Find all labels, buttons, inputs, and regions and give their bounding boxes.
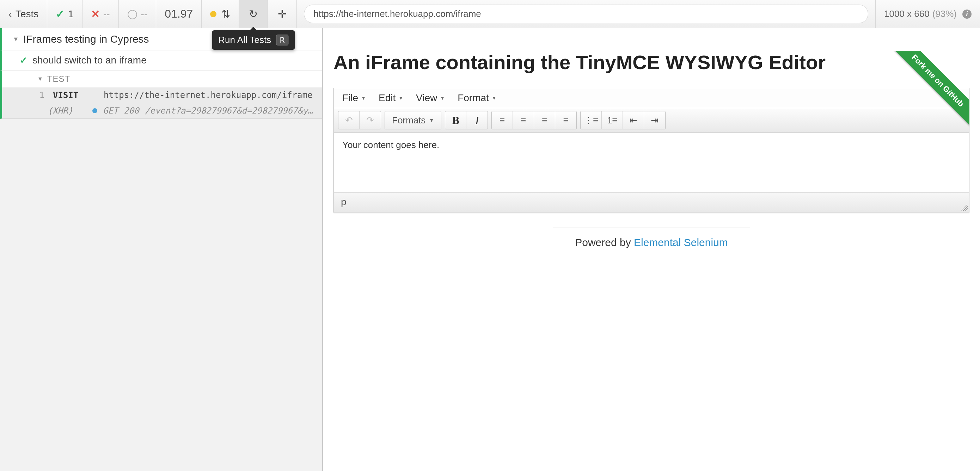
command-name: VISIT: [53, 90, 95, 100]
test-body-label: TEST: [47, 74, 70, 84]
dims-value: 1000 x 660: [884, 8, 929, 19]
tooltip-text: Run All Tests: [218, 35, 271, 46]
menu-view[interactable]: View ▼: [416, 92, 445, 103]
failed-count: ✕ --: [83, 0, 119, 28]
circle-icon: ◯: [127, 8, 137, 19]
editor-statusbar: p: [334, 193, 969, 213]
menu-edit-label: Edit: [379, 92, 396, 103]
test-row[interactable]: ✓ should switch to an iframe: [0, 51, 322, 70]
numbered-list-button[interactable]: 1≡: [602, 111, 623, 129]
command-number: 1: [34, 90, 45, 100]
viewport-dimensions[interactable]: 1000 x 660 (93%) i: [876, 0, 980, 28]
outdent-icon: ⇤: [630, 115, 637, 126]
indent-button[interactable]: ⇥: [644, 111, 665, 129]
chevron-left-icon: ‹: [8, 8, 12, 20]
spec-title: IFrames testing in Cypress: [23, 33, 149, 45]
passed-count: ✓ 1: [47, 0, 83, 28]
resize-grip-icon[interactable]: [961, 205, 968, 211]
caret-down-icon: ▼: [440, 95, 445, 101]
selector-playground-button[interactable]: ✛: [268, 0, 297, 28]
footer-link[interactable]: Elemental Selenium: [634, 237, 728, 248]
pending-value: --: [141, 8, 148, 20]
align-right-button[interactable]: ≡: [534, 111, 555, 129]
xhr-label: (XHR): [34, 106, 87, 116]
editor-content[interactable]: Your content goes here.: [334, 132, 969, 193]
outdent-button[interactable]: ⇤: [623, 111, 644, 129]
arrows-vertical-icon: ⇅: [221, 8, 230, 20]
aut-pane: Fork me on GitHub An iFrame containing t…: [323, 28, 980, 471]
editor-menubar: File ▼ Edit ▼ View ▼ Format: [334, 88, 969, 108]
align-justify-button[interactable]: ≡: [555, 111, 576, 129]
check-icon: ✓: [20, 55, 27, 66]
redo-button[interactable]: ↷: [360, 111, 381, 129]
dims-scale: (93%): [932, 8, 957, 19]
url-value: https://the-internet.herokuapp.com/ifram…: [304, 5, 868, 23]
xhr-row[interactable]: (XHR) GET 200 /event?a=298279967&d=29827…: [0, 103, 322, 119]
command-message: https://the-internet.herokuapp.com/ifram…: [103, 90, 312, 100]
formats-label: Formats: [392, 115, 425, 126]
rerun-icon: ↻: [249, 8, 258, 20]
align-justify-icon: ≡: [563, 115, 569, 126]
menu-format[interactable]: Format ▼: [458, 92, 497, 103]
back-to-tests-button[interactable]: ‹ Tests: [0, 0, 47, 28]
run-all-tests-button[interactable]: ↻ Run All Tests R: [239, 0, 268, 28]
xhr-status: 200: [124, 106, 139, 116]
formats-dropdown[interactable]: Formats ▼: [385, 111, 441, 129]
align-right-icon: ≡: [542, 115, 547, 126]
github-ribbon[interactable]: Fork me on GitHub: [885, 51, 969, 135]
align-left-button[interactable]: ≡: [492, 111, 513, 129]
caret-down-icon: ▼: [492, 95, 497, 101]
caret-down-icon: ▼: [398, 95, 403, 101]
test-duration: 01.97: [156, 0, 202, 28]
page-heading: An iFrame containing the TinyMCE WYSIWYG…: [334, 51, 969, 74]
footer-divider: [553, 227, 750, 228]
bullet-list-icon: ⋮≡: [584, 115, 598, 126]
italic-button[interactable]: I: [466, 111, 488, 129]
align-center-button[interactable]: ≡: [513, 111, 534, 129]
indent-icon: ⇥: [651, 115, 659, 126]
undo-button[interactable]: ↶: [339, 111, 360, 129]
menu-file-label: File: [342, 92, 358, 103]
test-body-header[interactable]: ▼ TEST: [0, 70, 322, 88]
x-icon: ✕: [91, 8, 100, 20]
align-center-icon: ≡: [521, 115, 526, 126]
caret-down-icon: ▼: [429, 118, 434, 123]
test-name: should switch to an iframe: [32, 55, 146, 66]
xhr-status-dot-icon: [92, 108, 97, 113]
menu-view-label: View: [416, 92, 437, 103]
bullet-list-button[interactable]: ⋮≡: [581, 111, 602, 129]
crosshair-icon: ✛: [278, 8, 286, 20]
editor-toolbar: ↶ ↷ Formats ▼ B I: [334, 108, 969, 132]
caret-down-icon: ▼: [37, 76, 43, 82]
check-icon: ✓: [56, 8, 65, 20]
command-log-panel[interactable]: ▼ IFrames testing in Cypress ✓ should sw…: [0, 28, 323, 471]
failed-value: --: [103, 8, 110, 20]
redo-icon: ↷: [366, 115, 374, 126]
footer-prefix: Powered by: [575, 237, 634, 248]
numbered-list-icon: 1≡: [607, 115, 617, 126]
pending-count: ◯ --: [119, 0, 156, 28]
passed-value: 1: [68, 8, 74, 20]
editor-text: Your content goes here.: [342, 140, 439, 150]
undo-icon: ↶: [345, 115, 353, 126]
info-icon[interactable]: i: [963, 10, 972, 19]
menu-file[interactable]: File ▼: [342, 92, 366, 103]
aut-url-bar[interactable]: https://the-internet.herokuapp.com/ifram…: [297, 0, 876, 28]
command-row[interactable]: 1 VISIT https://the-internet.herokuapp.c…: [0, 88, 322, 103]
run-tooltip: Run All Tests R: [212, 30, 295, 50]
duration-value: 01.97: [165, 7, 193, 21]
tinymce-editor: File ▼ Edit ▼ View ▼ Format: [334, 88, 969, 213]
xhr-path: /event?a=298279967&d=298279967&y=false&…: [145, 106, 315, 116]
caret-down-icon: ▼: [361, 95, 366, 101]
auto-scroll-toggle[interactable]: ⇅: [202, 0, 239, 28]
github-ribbon-label: Fork me on GitHub: [889, 51, 969, 129]
footer-text: Powered by Elemental Selenium: [334, 237, 969, 248]
editor-path[interactable]: p: [341, 196, 347, 208]
xhr-method: GET: [103, 106, 118, 116]
tests-label: Tests: [16, 8, 38, 20]
tooltip-shortcut: R: [276, 35, 288, 46]
menu-format-label: Format: [458, 92, 489, 103]
status-dot-icon: [210, 11, 216, 17]
menu-edit[interactable]: Edit ▼: [379, 92, 403, 103]
bold-button[interactable]: B: [445, 111, 466, 129]
